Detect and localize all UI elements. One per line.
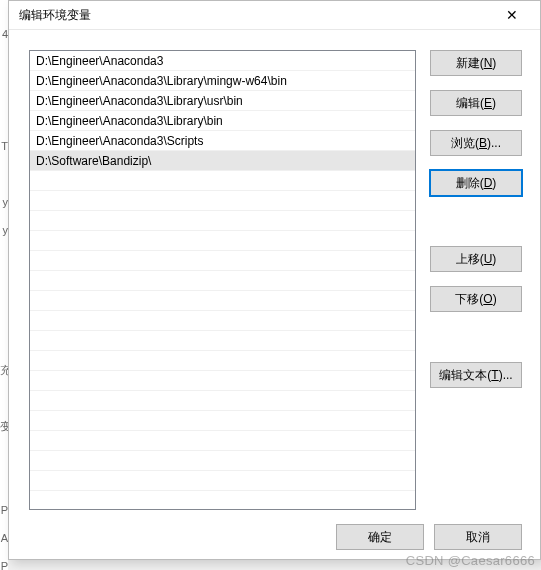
watermark: CSDN @Caesar6666 [406,553,535,568]
path-listbox[interactable]: D:\Engineer\Anaconda3D:\Engineer\Anacond… [29,50,416,510]
list-item[interactable]: . [30,211,415,231]
list-item[interactable]: . [30,471,415,491]
list-item[interactable]: . [30,351,415,371]
background-window-fragment: 4 T yy 充 变 PAPPPP [0,0,8,570]
list-item[interactable]: . [30,291,415,311]
delete-button[interactable]: 删除(D) [430,170,522,196]
list-item[interactable]: . [30,271,415,291]
list-item[interactable]: D:\Engineer\Anaconda3\Scripts [30,131,415,151]
list-item[interactable]: D:\Engineer\Anaconda3\Library\usr\bin [30,91,415,111]
move-up-button[interactable]: 上移(U) [430,246,522,272]
list-item[interactable]: D:\Engineer\Anaconda3\Library\bin [30,111,415,131]
list-item[interactable]: . [30,191,415,211]
list-item[interactable]: D:\Engineer\Anaconda3\Library\mingw-w64\… [30,71,415,91]
list-item[interactable]: . [30,411,415,431]
list-item[interactable]: D:\Software\Bandizip\ [30,151,415,171]
list-item[interactable]: . [30,171,415,191]
edit-env-var-dialog: 编辑环境变量 ✕ D:\Engineer\Anaconda3D:\Enginee… [8,0,541,560]
list-item[interactable]: . [30,491,415,510]
list-item[interactable]: . [30,371,415,391]
dialog-title: 编辑环境变量 [19,7,492,24]
ok-button[interactable]: 确定 [336,524,424,550]
list-item[interactable]: . [30,231,415,251]
list-item[interactable]: . [30,331,415,351]
close-icon[interactable]: ✕ [492,1,532,29]
list-item[interactable]: . [30,251,415,271]
browse-button[interactable]: 浏览(B)... [430,130,522,156]
dialog-content: D:\Engineer\Anaconda3D:\Engineer\Anacond… [9,30,540,520]
cancel-button[interactable]: 取消 [434,524,522,550]
list-item[interactable]: . [30,431,415,451]
list-item[interactable]: . [30,391,415,411]
button-sidebar: 新建(N) 编辑(E) 浏览(B)... 删除(D) 上移(U) 下移(O) [430,50,522,510]
new-button[interactable]: 新建(N) [430,50,522,76]
titlebar: 编辑环境变量 ✕ [9,1,540,30]
list-item[interactable]: D:\Engineer\Anaconda3 [30,51,415,71]
edit-text-button[interactable]: 编辑文本(T)... [430,362,522,388]
list-item[interactable]: . [30,311,415,331]
list-item[interactable]: . [30,451,415,471]
move-down-button[interactable]: 下移(O) [430,286,522,312]
edit-button[interactable]: 编辑(E) [430,90,522,116]
